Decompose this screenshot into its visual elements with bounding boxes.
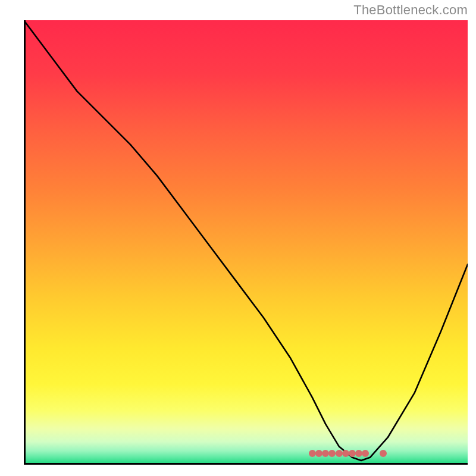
y-axis (24, 20, 26, 464)
attribution-text: TheBottleneck.com (353, 2, 468, 18)
marker-dot (322, 450, 329, 457)
marker-dot (349, 450, 356, 457)
marker-dot (355, 450, 362, 457)
marker-dot (336, 450, 343, 457)
x-axis (24, 463, 468, 465)
marker-dot (380, 450, 387, 457)
marker-dot (362, 450, 369, 457)
marker-dot (315, 450, 322, 457)
marker-dot (328, 450, 336, 457)
marker-dot (342, 450, 349, 457)
plot-area (24, 20, 468, 464)
marker-dot (309, 450, 316, 457)
markers-group (24, 20, 468, 464)
